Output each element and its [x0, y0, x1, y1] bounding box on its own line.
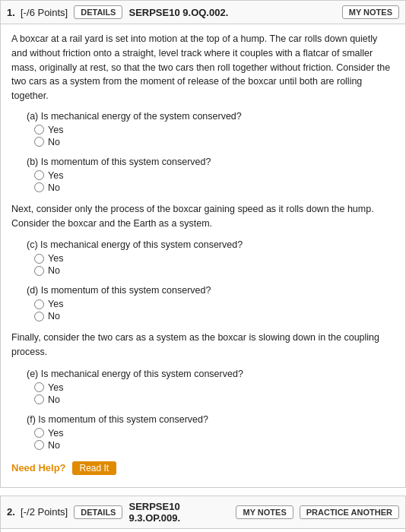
question-a-block: (a) Is mechanical energy of the system c… [11, 111, 395, 147]
problem-2-my-notes-button[interactable]: MY NOTES [236, 505, 293, 519]
question-b-no[interactable]: No [27, 182, 395, 193]
question-e-yes[interactable]: Yes [27, 382, 395, 393]
question-b-label: (b) Is momentum of this system conserved… [27, 157, 395, 167]
question-f-block: (f) Is momentum of this system conserved… [11, 414, 395, 451]
question-b-no-label: No [48, 182, 60, 193]
question-c-no-radio[interactable] [34, 266, 44, 276]
question-e-no[interactable]: No [27, 394, 395, 405]
question-e-label: (e) Is mechanical energy of this system … [27, 369, 395, 379]
p1-num: 1. [7, 7, 15, 18]
question-a-no-radio[interactable] [34, 137, 44, 147]
question-e-no-label: No [48, 394, 60, 405]
section3-text: Finally, consider the two cars as a syst… [11, 331, 395, 359]
problem-1-code: SERPSE10 9.OQ.002. [128, 7, 335, 18]
question-b-yes[interactable]: Yes [27, 170, 395, 181]
question-b-yes-radio[interactable] [34, 170, 44, 180]
p2-points: [-/2 Points] [21, 506, 68, 518]
question-c-label: (c) Is mechanical energy of this system … [27, 239, 395, 250]
read-it-button[interactable]: Read It [72, 461, 117, 475]
question-e-yes-radio[interactable] [34, 382, 44, 392]
question-a-yes-label: Yes [48, 125, 63, 135]
question-e-yes-label: Yes [48, 382, 63, 393]
question-f-no-radio[interactable] [34, 440, 44, 450]
problem-2-code: SERPSE10 9.3.OP.009. [128, 501, 230, 524]
question-a-no[interactable]: No [27, 137, 395, 147]
question-a-no-label: No [48, 137, 60, 147]
question-f-no[interactable]: No [27, 440, 395, 451]
problem-2-header: 2. [-/2 Points] DETAILS SERPSE10 9.3.OP.… [1, 496, 405, 529]
question-a-label: (a) Is mechanical energy of the system c… [27, 111, 395, 122]
question-d-yes-label: Yes [48, 299, 63, 309]
question-c-yes[interactable]: Yes [27, 253, 395, 264]
question-d-label: (d) Is momentum of this system conserved… [27, 285, 395, 296]
problem-1-my-notes-button[interactable]: MY NOTES [342, 5, 399, 19]
question-c-no[interactable]: No [27, 265, 395, 276]
section2-text: Next, consider only the process of the b… [11, 202, 395, 231]
practice-another-button[interactable]: PRACTICE ANOTHER [300, 505, 399, 519]
problem-1-section: 1. [-/6 Points] DETAILS SERPSE10 9.OQ.00… [0, 0, 406, 488]
question-c-no-label: No [48, 265, 60, 276]
problem-2-section: 2. [-/2 Points] DETAILS SERPSE10 9.3.OP.… [0, 496, 406, 532]
question-c-yes-label: Yes [48, 253, 63, 264]
question-a-yes[interactable]: Yes [27, 125, 395, 135]
question-f-yes-radio[interactable] [34, 428, 44, 438]
question-e-block: (e) Is mechanical energy of this system … [11, 369, 395, 405]
need-help-label: Need Help? [11, 462, 66, 473]
question-f-no-label: No [48, 440, 60, 451]
question-d-yes[interactable]: Yes [27, 299, 395, 309]
question-d-yes-radio[interactable] [34, 299, 44, 309]
question-f-label: (f) Is momentum of this system conserved… [27, 414, 395, 425]
problem-2-number: 2. [-/2 Points] [7, 506, 68, 518]
question-d-no-radio[interactable] [34, 312, 44, 321]
question-a-yes-radio[interactable] [34, 125, 44, 135]
problem-1-body: A boxcar at a rail yard is set into moti… [1, 24, 405, 487]
question-c-yes-radio[interactable] [34, 254, 44, 264]
question-b-yes-label: Yes [48, 170, 63, 181]
question-c-block: (c) Is mechanical energy of this system … [11, 239, 395, 276]
question-b-no-radio[interactable] [34, 182, 44, 192]
problem-1-header: 1. [-/6 Points] DETAILS SERPSE10 9.OQ.00… [1, 1, 405, 24]
need-help-row: Need Help? Read It [11, 461, 395, 475]
question-b-block: (b) Is momentum of this system conserved… [11, 157, 395, 193]
p2-num: 2. [7, 506, 15, 518]
p1-points: [-/6 Points] [21, 7, 68, 18]
section-gap [0, 488, 406, 496]
question-f-yes[interactable]: Yes [27, 428, 395, 439]
question-d-block: (d) Is momentum of this system conserved… [11, 285, 395, 321]
problem-1-number: 1. [-/6 Points] [7, 7, 68, 18]
problem-1-details-button[interactable]: DETAILS [74, 5, 122, 19]
problem-1-text: A boxcar at a rail yard is set into moti… [11, 32, 395, 103]
question-f-yes-label: Yes [48, 428, 63, 439]
question-d-no[interactable]: No [27, 311, 395, 321]
problem-2-details-button[interactable]: DETAILS [74, 505, 122, 519]
question-e-no-radio[interactable] [34, 394, 44, 404]
problem-2-body: A 0.0600 kg ball is traveling horizontal… [1, 529, 405, 532]
question-d-no-label: No [48, 311, 60, 321]
